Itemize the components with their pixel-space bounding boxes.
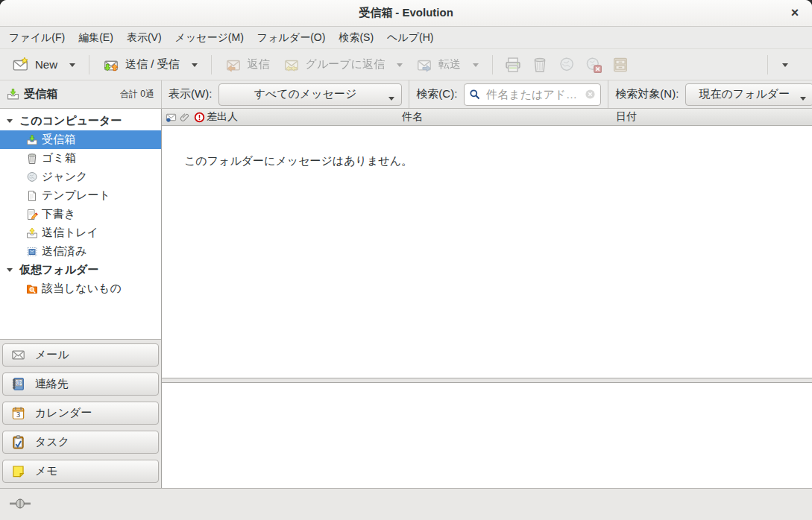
forward-icon xyxy=(416,57,432,73)
search-box xyxy=(464,83,601,106)
reply-group-button[interactable]: グループに返信 xyxy=(277,54,409,76)
preview-pane[interactable] xyxy=(162,383,812,488)
folder-templates[interactable]: テンプレート xyxy=(0,186,161,205)
folder-outbox[interactable]: 送信トレイ xyxy=(0,223,161,242)
reply-group-label: グループに返信 xyxy=(306,57,385,72)
trash-icon xyxy=(26,153,38,165)
folder-inbox[interactable]: 受信箱 xyxy=(0,130,161,149)
evolution-window: 受信箱 - Evolution × ファイル(F) 編集(E) 表示(V) メッ… xyxy=(0,0,812,520)
menu-search[interactable]: 検索(S) xyxy=(332,28,380,48)
toolbar-separator xyxy=(211,55,212,74)
search-scope-label: 検索対象(N): xyxy=(615,87,679,101)
toolbar-separator xyxy=(767,55,768,74)
reply-button[interactable]: 返信 xyxy=(218,54,277,76)
empty-folder-message: このフォルダーにメッセージはありません。 xyxy=(184,154,412,168)
menu-view[interactable]: 表示(V) xyxy=(120,28,169,48)
folder-junk[interactable]: ジャンク xyxy=(0,168,161,186)
switcher-label: メール xyxy=(35,348,69,362)
search-scope-dropdown[interactable]: 現在のフォルダー xyxy=(685,83,812,106)
expander-icon[interactable] xyxy=(7,268,13,275)
switcher-calendar-button[interactable]: 3 カレンダー xyxy=(2,402,159,425)
folder-drafts[interactable]: 下書き xyxy=(0,205,161,223)
junk-icon xyxy=(558,57,575,73)
folder-group-search-folders[interactable]: 仮想フォルダー xyxy=(0,261,161,279)
calendar-icon: 3 xyxy=(11,406,25,420)
clear-search-icon[interactable] xyxy=(585,89,596,100)
new-button[interactable]: New xyxy=(6,54,82,76)
forward-label: 転送 xyxy=(438,57,461,72)
column-subject[interactable]: 件名 xyxy=(402,109,423,125)
folder-label: 受信箱 xyxy=(42,133,75,147)
online-status-button[interactable] xyxy=(7,497,33,513)
important-icon[interactable] xyxy=(194,109,205,125)
switcher-tasks-button[interactable]: タスク xyxy=(2,431,159,454)
folder-bar: 受信箱 合計 0通 表示(W): すべてのメッセージ 検索(C): 検索対象(N xyxy=(0,80,812,109)
folder-sent[interactable]: 送信済み xyxy=(0,242,161,261)
view-filter-value: すべてのメッセージ xyxy=(254,87,356,101)
search-input[interactable] xyxy=(485,87,581,101)
switcher-mail-button[interactable]: メール xyxy=(2,343,159,367)
chevron-down-icon xyxy=(800,97,806,104)
forward-button[interactable]: 転送 xyxy=(409,54,485,76)
reply-icon xyxy=(225,57,242,73)
delete-button[interactable] xyxy=(526,54,553,76)
print-icon xyxy=(505,57,521,73)
not-junk-icon xyxy=(585,57,602,73)
toolbar-separator xyxy=(89,55,89,74)
not-junk-button[interactable] xyxy=(580,54,607,76)
menu-file[interactable]: ファイル(F) xyxy=(2,28,72,48)
menu-help[interactable]: ヘルプ(H) xyxy=(380,28,440,48)
junk-icon xyxy=(26,171,38,183)
title-bar[interactable]: 受信箱 - Evolution × xyxy=(0,0,812,27)
message-pane: 差出人 件名 日付 このフォルダーにメッセージはありません。 xyxy=(162,109,812,488)
current-folder-header: 受信箱 合計 0通 xyxy=(0,80,162,108)
search-scope-value: 現在のフォルダー xyxy=(699,87,790,101)
view-switcher: メール @ 連絡先 3 カレンダー xyxy=(0,339,161,488)
close-icon[interactable]: × xyxy=(785,4,805,23)
folder-label: テンプレート xyxy=(42,188,110,203)
menu-edit[interactable]: 編集(E) xyxy=(72,28,120,48)
menu-folder[interactable]: フォルダー(O) xyxy=(251,28,333,48)
switcher-label: カレンダー xyxy=(35,406,92,420)
send-receive-icon xyxy=(103,57,119,73)
message-status-icon[interactable] xyxy=(166,109,177,125)
chevron-down-icon xyxy=(192,63,198,70)
switcher-label: メモ xyxy=(35,464,58,478)
outbox-icon xyxy=(26,227,38,239)
send-receive-button[interactable]: 送信 / 受信 xyxy=(96,54,204,76)
archive-icon xyxy=(612,57,629,73)
chevron-down-icon xyxy=(782,63,788,70)
junk-button[interactable] xyxy=(553,54,580,76)
memos-icon xyxy=(11,464,25,478)
message-list[interactable]: このフォルダーにメッセージはありません。 xyxy=(162,126,812,378)
message-count: 合計 0通 xyxy=(120,88,154,101)
view-filter-dropdown[interactable]: すべてのメッセージ xyxy=(218,83,402,106)
folder-group-this-computer[interactable]: このコンピューター xyxy=(0,112,161,130)
expander-icon[interactable] xyxy=(7,119,13,126)
column-from[interactable]: 差出人 xyxy=(207,109,238,125)
separator xyxy=(608,80,608,108)
online-status-icon xyxy=(9,498,31,511)
folder-label: 下書き xyxy=(42,207,75,221)
inbox-icon xyxy=(7,88,19,101)
archive-button[interactable] xyxy=(607,54,634,76)
folder-label: ゴミ箱 xyxy=(42,151,76,165)
switcher-contacts-button[interactable]: @ 連絡先 xyxy=(2,372,159,396)
menu-message[interactable]: メッセージ(M) xyxy=(169,28,251,48)
folder-unmatched[interactable]: 該当しないもの xyxy=(0,279,161,298)
switcher-memos-button[interactable]: メモ xyxy=(2,460,159,483)
message-list-header: 差出人 件名 日付 xyxy=(162,109,812,126)
attachment-icon[interactable] xyxy=(180,109,190,125)
toolbar-overflow-button[interactable] xyxy=(775,55,796,74)
new-button-label: New xyxy=(35,58,57,71)
print-button[interactable] xyxy=(500,54,526,76)
preview-splitter-handle[interactable] xyxy=(162,378,812,383)
folder-label: 該当しないもの xyxy=(42,282,122,296)
folder-trash[interactable]: ゴミ箱 xyxy=(0,149,161,168)
column-date[interactable]: 日付 xyxy=(616,109,637,125)
toolbar-separator xyxy=(492,55,493,74)
search-icon xyxy=(469,89,481,101)
reply-label: 返信 xyxy=(248,57,270,72)
main-toolbar: New 送信 / 受信 返信 グループに返信 xyxy=(0,49,812,80)
switcher-label: 連絡先 xyxy=(35,377,69,391)
